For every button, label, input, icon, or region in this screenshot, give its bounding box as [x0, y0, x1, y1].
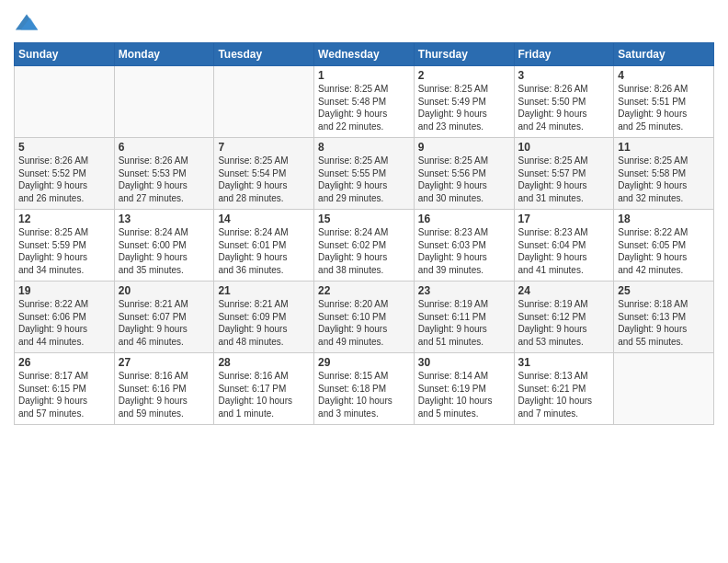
day-number: 12 — [18, 213, 110, 225]
day-info: Sunrise: 8:21 AM Sunset: 6:09 PM Dayligh… — [218, 298, 310, 348]
day-info: Sunrise: 8:23 AM Sunset: 6:04 PM Dayligh… — [518, 226, 610, 276]
day-info: Sunrise: 8:26 AM Sunset: 5:51 PM Dayligh… — [618, 83, 710, 132]
day-info: Sunrise: 8:23 AM Sunset: 6:03 PM Dayligh… — [418, 226, 510, 276]
calendar-body: 1Sunrise: 8:25 AM Sunset: 5:48 PM Daylig… — [15, 66, 714, 425]
day-info: Sunrise: 8:13 AM Sunset: 6:21 PM Dayligh… — [518, 370, 610, 419]
day-info: Sunrise: 8:21 AM Sunset: 6:07 PM Dayligh… — [119, 298, 210, 348]
day-info: Sunrise: 8:15 AM Sunset: 6:18 PM Dayligh… — [318, 370, 410, 419]
calendar-week-row: 12Sunrise: 8:25 AM Sunset: 5:59 PM Dayli… — [15, 210, 714, 282]
calendar-cell: 4Sunrise: 8:26 AM Sunset: 5:51 PM Daylig… — [614, 66, 714, 138]
day-info: Sunrise: 8:17 AM Sunset: 6:15 PM Dayligh… — [18, 370, 110, 419]
day-number: 26 — [18, 356, 110, 369]
day-info: Sunrise: 8:25 AM Sunset: 5:57 PM Dayligh… — [518, 155, 610, 204]
weekday-header-sunday: Sunday — [15, 43, 115, 66]
calendar-week-row: 26Sunrise: 8:17 AM Sunset: 6:15 PM Dayli… — [15, 353, 714, 425]
day-number: 20 — [119, 284, 210, 297]
day-info: Sunrise: 8:25 AM Sunset: 5:59 PM Dayligh… — [18, 226, 110, 276]
day-info: Sunrise: 8:25 AM Sunset: 5:56 PM Dayligh… — [418, 155, 510, 204]
calendar-cell: 12Sunrise: 8:25 AM Sunset: 5:59 PM Dayli… — [15, 210, 115, 282]
day-number: 19 — [18, 284, 110, 297]
day-info: Sunrise: 8:22 AM Sunset: 6:05 PM Dayligh… — [618, 226, 710, 276]
day-info: Sunrise: 8:16 AM Sunset: 6:17 PM Dayligh… — [218, 370, 310, 419]
day-info: Sunrise: 8:26 AM Sunset: 5:50 PM Dayligh… — [518, 83, 610, 132]
day-number: 24 — [518, 284, 610, 297]
calendar-cell: 13Sunrise: 8:24 AM Sunset: 6:00 PM Dayli… — [114, 210, 214, 282]
day-number: 21 — [218, 284, 310, 297]
calendar-cell: 19Sunrise: 8:22 AM Sunset: 6:06 PM Dayli… — [15, 282, 115, 353]
calendar-cell: 24Sunrise: 8:19 AM Sunset: 6:12 PM Dayli… — [514, 282, 614, 353]
weekday-header-saturday: Saturday — [614, 43, 714, 66]
weekday-header-monday: Monday — [114, 43, 214, 66]
logo — [14, 9, 43, 35]
day-number: 2 — [418, 69, 510, 82]
calendar-cell — [15, 66, 115, 138]
day-number: 5 — [18, 141, 110, 154]
logo-icon — [14, 9, 40, 35]
weekday-header-row: SundayMondayTuesdayWednesdayThursdayFrid… — [15, 43, 714, 66]
day-info: Sunrise: 8:19 AM Sunset: 6:12 PM Dayligh… — [518, 298, 610, 348]
day-number: 22 — [318, 284, 410, 297]
calendar-cell: 3Sunrise: 8:26 AM Sunset: 5:50 PM Daylig… — [514, 66, 614, 138]
calendar-cell: 1Sunrise: 8:25 AM Sunset: 5:48 PM Daylig… — [314, 66, 415, 138]
calendar-cell: 29Sunrise: 8:15 AM Sunset: 6:18 PM Dayli… — [314, 353, 415, 425]
calendar-cell — [614, 353, 714, 425]
day-number: 7 — [218, 141, 310, 154]
day-number: 18 — [618, 213, 710, 225]
calendar-cell: 20Sunrise: 8:21 AM Sunset: 6:07 PM Dayli… — [114, 282, 214, 353]
day-number: 17 — [518, 213, 610, 225]
calendar-cell: 23Sunrise: 8:19 AM Sunset: 6:11 PM Dayli… — [414, 282, 514, 353]
calendar-header: SundayMondayTuesdayWednesdayThursdayFrid… — [15, 43, 714, 66]
day-number: 6 — [119, 141, 210, 154]
day-info: Sunrise: 8:25 AM Sunset: 5:49 PM Dayligh… — [418, 83, 510, 132]
calendar-cell: 6Sunrise: 8:26 AM Sunset: 5:53 PM Daylig… — [114, 138, 214, 210]
day-number: 8 — [318, 141, 410, 154]
calendar-cell: 25Sunrise: 8:18 AM Sunset: 6:13 PM Dayli… — [614, 282, 714, 353]
day-number: 14 — [218, 213, 310, 225]
day-info: Sunrise: 8:24 AM Sunset: 6:01 PM Dayligh… — [218, 226, 310, 276]
header — [14, 9, 714, 35]
calendar-cell: 21Sunrise: 8:21 AM Sunset: 6:09 PM Dayli… — [214, 282, 314, 353]
day-number: 29 — [318, 356, 410, 369]
calendar-week-row: 5Sunrise: 8:26 AM Sunset: 5:52 PM Daylig… — [15, 138, 714, 210]
day-info: Sunrise: 8:26 AM Sunset: 5:52 PM Dayligh… — [18, 155, 110, 204]
day-info: Sunrise: 8:24 AM Sunset: 6:02 PM Dayligh… — [318, 226, 410, 276]
calendar-cell: 10Sunrise: 8:25 AM Sunset: 5:57 PM Dayli… — [514, 138, 614, 210]
day-number: 27 — [119, 356, 210, 369]
calendar-cell: 14Sunrise: 8:24 AM Sunset: 6:01 PM Dayli… — [214, 210, 314, 282]
calendar-week-row: 19Sunrise: 8:22 AM Sunset: 6:06 PM Dayli… — [15, 282, 714, 353]
calendar-cell: 16Sunrise: 8:23 AM Sunset: 6:03 PM Dayli… — [414, 210, 514, 282]
calendar-cell: 17Sunrise: 8:23 AM Sunset: 6:04 PM Dayli… — [514, 210, 614, 282]
calendar-cell: 31Sunrise: 8:13 AM Sunset: 6:21 PM Dayli… — [514, 353, 614, 425]
day-number: 23 — [418, 284, 510, 297]
weekday-header-friday: Friday — [514, 43, 614, 66]
day-number: 31 — [518, 356, 610, 369]
day-info: Sunrise: 8:24 AM Sunset: 6:00 PM Dayligh… — [119, 226, 210, 276]
day-info: Sunrise: 8:18 AM Sunset: 6:13 PM Dayligh… — [618, 298, 710, 348]
day-number: 15 — [318, 213, 410, 225]
calendar-cell: 28Sunrise: 8:16 AM Sunset: 6:17 PM Dayli… — [214, 353, 314, 425]
calendar-cell: 7Sunrise: 8:25 AM Sunset: 5:54 PM Daylig… — [214, 138, 314, 210]
day-info: Sunrise: 8:20 AM Sunset: 6:10 PM Dayligh… — [318, 298, 410, 348]
calendar-cell: 5Sunrise: 8:26 AM Sunset: 5:52 PM Daylig… — [15, 138, 115, 210]
weekday-header-thursday: Thursday — [414, 43, 514, 66]
day-number: 9 — [418, 141, 510, 154]
calendar-cell: 30Sunrise: 8:14 AM Sunset: 6:19 PM Dayli… — [414, 353, 514, 425]
day-number: 30 — [418, 356, 510, 369]
calendar-table: SundayMondayTuesdayWednesdayThursdayFrid… — [14, 42, 714, 425]
day-number: 16 — [418, 213, 510, 225]
day-number: 11 — [618, 141, 710, 154]
calendar-cell — [114, 66, 214, 138]
page: SundayMondayTuesdayWednesdayThursdayFrid… — [0, 0, 728, 563]
day-info: Sunrise: 8:14 AM Sunset: 6:19 PM Dayligh… — [418, 370, 510, 419]
weekday-header-wednesday: Wednesday — [314, 43, 415, 66]
calendar-cell: 15Sunrise: 8:24 AM Sunset: 6:02 PM Dayli… — [314, 210, 415, 282]
day-number: 13 — [119, 213, 210, 225]
day-number: 3 — [518, 69, 610, 82]
day-number: 10 — [518, 141, 610, 154]
calendar-cell: 18Sunrise: 8:22 AM Sunset: 6:05 PM Dayli… — [614, 210, 714, 282]
day-info: Sunrise: 8:16 AM Sunset: 6:16 PM Dayligh… — [119, 370, 210, 419]
calendar-cell: 26Sunrise: 8:17 AM Sunset: 6:15 PM Dayli… — [15, 353, 115, 425]
calendar-cell: 2Sunrise: 8:25 AM Sunset: 5:49 PM Daylig… — [414, 66, 514, 138]
calendar-cell: 22Sunrise: 8:20 AM Sunset: 6:10 PM Dayli… — [314, 282, 415, 353]
calendar-week-row: 1Sunrise: 8:25 AM Sunset: 5:48 PM Daylig… — [15, 66, 714, 138]
